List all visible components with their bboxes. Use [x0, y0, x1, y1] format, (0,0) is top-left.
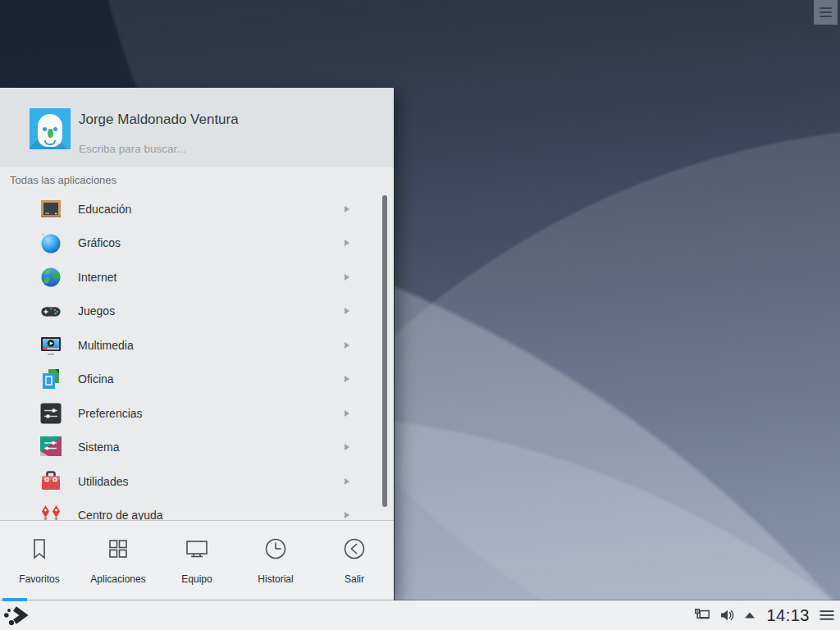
scrollbar[interactable]: [382, 195, 387, 507]
app-menu-icon: [2, 617, 29, 630]
chevron-right-icon: [345, 206, 349, 212]
user-avatar[interactable]: [30, 108, 71, 149]
category-item-centro-de-ayuda[interactable]: Centro de ayuda: [0, 499, 394, 521]
category-item-internet[interactable]: Internet: [0, 260, 394, 294]
system-tray: 14:13: [693, 600, 835, 630]
preferences-icon: [39, 402, 62, 425]
tab-salir[interactable]: Salir: [315, 521, 394, 600]
utilities-icon: [39, 470, 62, 493]
clock-icon: [262, 535, 290, 566]
chevron-right-icon: [345, 308, 349, 314]
education-icon: [39, 198, 62, 221]
tab-equipo[interactable]: Equipo: [158, 521, 236, 600]
category-label: Multimedia: [78, 339, 134, 352]
category-label: Internet: [78, 271, 116, 284]
computer-icon: [183, 535, 211, 566]
category-label: Centro de ayuda: [78, 509, 163, 520]
volume-icon[interactable]: [719, 607, 735, 623]
category-item-oficina[interactable]: Oficina: [0, 363, 394, 397]
application-launcher-popup: Jorge Maldonado Ventura Escriba para bus…: [0, 88, 395, 600]
active-launcher-indicator: [2, 598, 27, 601]
graphics-icon: [39, 231, 62, 254]
chevron-right-icon: [345, 240, 349, 246]
category-item-educacion[interactable]: Educación: [0, 192, 394, 226]
chevron-right-icon: [345, 410, 349, 417]
chevron-right-icon: [345, 342, 349, 349]
taskbar-panel: 14:13: [0, 600, 840, 630]
overflow-menu-icon[interactable]: [819, 607, 835, 623]
launcher-tabbar: Favoritos Aplicaciones: [0, 521, 394, 600]
leave-icon: [340, 535, 368, 566]
launcher-header: Jorge Maldonado Ventura Escriba para bus…: [0, 88, 394, 167]
category-label: Preferencias: [78, 407, 143, 420]
category-label: Oficina: [78, 372, 114, 386]
internet-icon: [39, 266, 62, 289]
category-list: Educación Gráficos: [0, 192, 394, 520]
tab-label: Equipo: [181, 573, 212, 585]
user-name: Jorge Maldonado Ventura: [79, 112, 239, 128]
category-item-juegos[interactable]: Juegos: [0, 294, 394, 329]
office-icon: [39, 368, 62, 390]
system-icon: [39, 436, 62, 459]
category-label: Gráficos: [78, 236, 121, 249]
wired-network-icon[interactable]: [693, 607, 711, 623]
chevron-right-icon: [345, 512, 349, 518]
category-item-preferencias[interactable]: Preferencias: [0, 396, 394, 431]
tab-favoritos[interactable]: Favoritos: [0, 521, 79, 600]
grid-icon: [104, 535, 132, 566]
breadcrumb: Todas las aplicaciones: [10, 174, 116, 186]
category-label: Juegos: [78, 304, 115, 317]
chevron-right-icon: [345, 376, 349, 382]
chevron-right-icon: [345, 274, 349, 281]
desktop: Jorge Maldonado Ventura Escriba para bus…: [0, 0, 840, 630]
tab-historial[interactable]: Historial: [236, 521, 315, 600]
application-launcher-button[interactable]: [2, 602, 29, 628]
expand-arrow-icon[interactable]: [742, 609, 757, 622]
tab-label: Favoritos: [19, 573, 59, 585]
category-label: Utilidades: [78, 475, 128, 488]
bookmark-icon: [25, 535, 53, 566]
multimedia-icon: [39, 334, 62, 357]
search-input[interactable]: Escriba para buscar...: [79, 143, 186, 155]
digital-clock[interactable]: 14:13: [766, 606, 810, 625]
help-icon: [39, 504, 62, 520]
category-item-sistema[interactable]: Sistema: [0, 431, 394, 465]
tab-aplicaciones[interactable]: Aplicaciones: [79, 521, 158, 600]
chevron-right-icon: [345, 478, 349, 485]
category-item-graficos[interactable]: Gráficos: [0, 226, 394, 261]
category-label: Sistema: [78, 441, 120, 454]
category-label: Educación: [78, 203, 131, 216]
tab-label: Historial: [258, 573, 293, 585]
desktop-toolbox-button[interactable]: [814, 0, 838, 25]
games-icon: [39, 299, 62, 322]
chevron-right-icon: [345, 444, 349, 450]
category-item-multimedia[interactable]: Multimedia: [0, 328, 394, 363]
tab-label: Aplicaciones: [90, 573, 145, 585]
category-item-utilidades[interactable]: Utilidades: [0, 464, 394, 499]
tab-label: Salir: [345, 573, 364, 585]
